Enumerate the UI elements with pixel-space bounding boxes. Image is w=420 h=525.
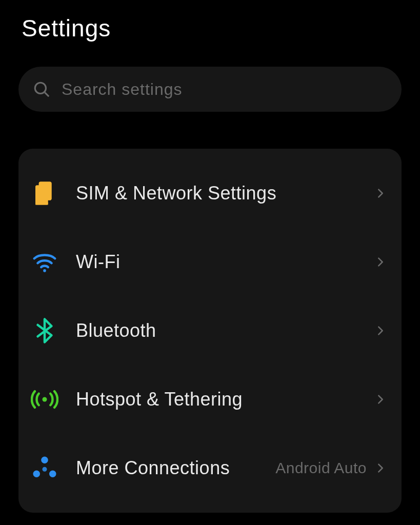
sim-icon [31, 179, 58, 207]
wifi-icon [31, 248, 58, 276]
hotspot-icon [31, 386, 58, 413]
chevron-right-icon [375, 188, 386, 199]
hotspot-tethering-item[interactable]: Hotspot & Tethering [18, 365, 402, 434]
bluetooth-label: Bluetooth [76, 320, 375, 341]
chevron-right-icon [375, 256, 386, 268]
page-title: Settings [0, 0, 420, 42]
chevron-right-icon [375, 325, 386, 336]
svg-point-0 [35, 83, 46, 93]
bluetooth-item[interactable]: Bluetooth [18, 296, 402, 365]
svg-point-6 [43, 397, 47, 402]
more-connections-label: More Connections [76, 457, 275, 479]
svg-point-7 [41, 457, 48, 464]
hotspot-label: Hotspot & Tethering [76, 389, 375, 410]
sim-label: SIM & Network Settings [76, 183, 375, 204]
svg-point-8 [33, 471, 41, 478]
search-bar[interactable] [18, 67, 402, 112]
settings-group-connections: SIM & Network Settings Wi-Fi [18, 149, 402, 513]
svg-point-5 [43, 269, 46, 272]
sim-network-settings-item[interactable]: SIM & Network Settings [18, 159, 402, 228]
bluetooth-icon [31, 317, 58, 345]
more-connections-item[interactable]: More Connections Android Auto [18, 434, 402, 502]
wifi-label: Wi-Fi [76, 251, 375, 273]
search-input[interactable] [62, 80, 387, 99]
chevron-right-icon [375, 394, 386, 405]
more-connections-value: Android Auto [275, 459, 367, 477]
svg-line-1 [45, 92, 49, 96]
svg-point-10 [43, 467, 47, 472]
svg-rect-4 [39, 182, 52, 200]
chevron-right-icon [375, 462, 386, 474]
more-connections-icon [31, 454, 58, 482]
wifi-item[interactable]: Wi-Fi [18, 228, 402, 296]
svg-point-9 [49, 471, 56, 478]
search-icon [33, 80, 50, 98]
